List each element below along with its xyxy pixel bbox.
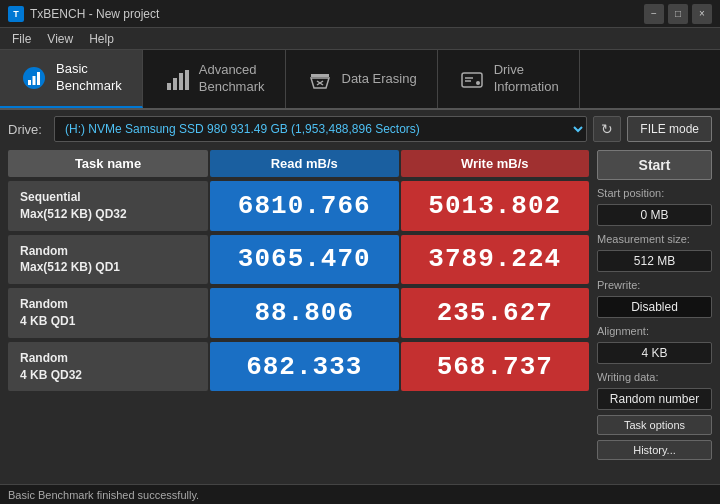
tab-basic-benchmark[interactable]: Basic Benchmark <box>0 50 143 108</box>
status-bar: Basic Benchmark finished successfully. <box>0 484 720 504</box>
table-row: Random4 KB QD1 88.806 235.627 <box>8 288 589 338</box>
tab-basic-label: Basic Benchmark <box>56 61 122 95</box>
measurement-size-label: Measurement size: <box>597 233 712 245</box>
advanced-benchmark-icon <box>163 65 191 93</box>
svg-rect-6 <box>179 73 183 90</box>
file-mode-button[interactable]: FILE mode <box>627 116 712 142</box>
table-header: Task name Read mB/s Write mB/s <box>8 150 589 177</box>
status-text: Basic Benchmark finished successfully. <box>8 489 199 501</box>
tab-advanced-label: Advanced Benchmark <box>199 62 265 96</box>
minimize-button[interactable]: − <box>644 4 664 24</box>
drive-label: Drive: <box>8 122 48 137</box>
start-position-label: Start position: <box>597 187 712 199</box>
svg-rect-5 <box>173 78 177 90</box>
table-row: Random4 KB QD32 682.333 568.737 <box>8 342 589 392</box>
row-label-2: Random4 KB QD1 <box>8 288 208 338</box>
svg-rect-2 <box>33 76 36 85</box>
content-area: Task name Read mB/s Write mB/s Sequentia… <box>8 150 712 460</box>
title-text: TxBENCH - New project <box>30 7 159 21</box>
title-controls[interactable]: − □ × <box>644 4 712 24</box>
menu-help[interactable]: Help <box>81 30 122 48</box>
tab-drive-information[interactable]: Drive Information <box>438 50 580 108</box>
write-value-3: 568.737 <box>401 342 590 392</box>
tab-drive-label: Drive Information <box>494 62 559 96</box>
tab-data-erasing[interactable]: Data Erasing <box>286 50 438 108</box>
measurement-size-value: 512 MB <box>597 250 712 272</box>
write-value-1: 3789.224 <box>401 235 590 285</box>
read-value-0: 6810.766 <box>210 181 399 231</box>
svg-rect-4 <box>167 83 171 90</box>
read-value-1: 3065.470 <box>210 235 399 285</box>
history-button[interactable]: History... <box>597 440 712 460</box>
row-label-0: SequentialMax(512 KB) QD32 <box>8 181 208 231</box>
menu-bar: File View Help <box>0 28 720 50</box>
write-value-2: 235.627 <box>401 288 590 338</box>
drive-info-icon <box>458 65 486 93</box>
basic-benchmark-icon <box>20 64 48 92</box>
alignment-value: 4 KB <box>597 342 712 364</box>
title-bar-left: T TxBENCH - New project <box>8 6 159 22</box>
close-button[interactable]: × <box>692 4 712 24</box>
read-value-3: 682.333 <box>210 342 399 392</box>
read-value-2: 88.806 <box>210 288 399 338</box>
col-task-name: Task name <box>8 150 208 177</box>
tab-erasing-label: Data Erasing <box>342 71 417 88</box>
svg-rect-8 <box>311 74 329 77</box>
prewrite-value: Disabled <box>597 296 712 318</box>
svg-point-13 <box>476 81 480 85</box>
data-erasing-icon <box>306 65 334 93</box>
tab-advanced-benchmark[interactable]: Advanced Benchmark <box>143 50 286 108</box>
start-button[interactable]: Start <box>597 150 712 180</box>
drive-refresh-button[interactable]: ↻ <box>593 116 621 142</box>
svg-rect-12 <box>462 73 482 87</box>
menu-view[interactable]: View <box>39 30 81 48</box>
writing-data-label: Writing data: <box>597 371 712 383</box>
svg-rect-1 <box>28 80 31 85</box>
col-write: Write mB/s <box>401 150 590 177</box>
writing-data-value: Random number <box>597 388 712 410</box>
tab-bar: Basic Benchmark Advanced Benchmark <box>0 50 720 110</box>
app-icon: T <box>8 6 24 22</box>
right-panel: Start Start position: 0 MB Measurement s… <box>597 150 712 460</box>
title-bar: T TxBENCH - New project − □ × <box>0 0 720 28</box>
start-position-value: 0 MB <box>597 204 712 226</box>
alignment-label: Alignment: <box>597 325 712 337</box>
task-options-button[interactable]: Task options <box>597 415 712 435</box>
svg-rect-3 <box>37 72 40 85</box>
drive-select[interactable]: (H:) NVMe Samsung SSD 980 931.49 GB (1,9… <box>54 116 587 142</box>
row-label-3: Random4 KB QD32 <box>8 342 208 392</box>
main-content: Drive: (H:) NVMe Samsung SSD 980 931.49 … <box>0 110 720 466</box>
maximize-button[interactable]: □ <box>668 4 688 24</box>
menu-file[interactable]: File <box>4 30 39 48</box>
benchmark-table: Task name Read mB/s Write mB/s Sequentia… <box>8 150 589 460</box>
drive-selector-row: Drive: (H:) NVMe Samsung SSD 980 931.49 … <box>8 116 712 142</box>
table-row: RandomMax(512 KB) QD1 3065.470 3789.224 <box>8 235 589 285</box>
svg-rect-7 <box>185 70 189 90</box>
col-read: Read mB/s <box>210 150 399 177</box>
write-value-0: 5013.802 <box>401 181 590 231</box>
row-label-1: RandomMax(512 KB) QD1 <box>8 235 208 285</box>
table-row: SequentialMax(512 KB) QD32 6810.766 5013… <box>8 181 589 231</box>
prewrite-label: Prewrite: <box>597 279 712 291</box>
